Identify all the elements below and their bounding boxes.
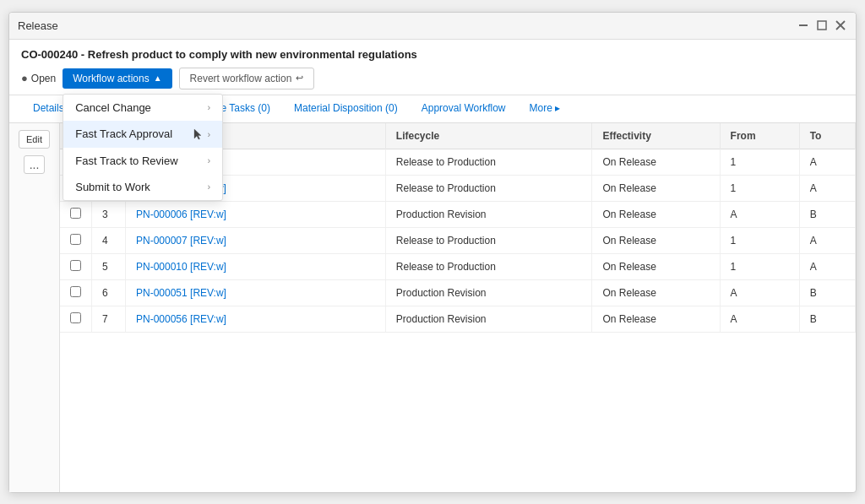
cell-from: A [720, 201, 799, 227]
cell-from: 1 [720, 149, 799, 175]
cell-to: B [799, 279, 855, 306]
cell-effectivity: On Release [592, 175, 720, 201]
cell-number: 6 [92, 279, 126, 306]
cell-to: A [799, 227, 855, 253]
cell-to: A [799, 149, 855, 175]
cell-name[interactable]: PN-000051 [REV:w] [126, 279, 386, 306]
cell-from: 1 [720, 227, 799, 253]
table-row: 4PN-000007 [REV:w]Release to ProductionO… [60, 227, 856, 253]
title-bar: Release [9, 13, 856, 40]
cell-from: 1 [720, 175, 799, 201]
row-checkbox-3[interactable] [70, 208, 81, 219]
menu-item-fast-track-review[interactable]: Fast Track to Review › [63, 148, 222, 174]
chevron-right-icon-0: › [208, 102, 211, 112]
record-title: CO-000240 - Refresh product to comply wi… [21, 48, 844, 61]
cell-to: A [799, 175, 855, 201]
cell-lifecycle: Production Revision [385, 306, 592, 332]
cell-lifecycle: Release to Production [385, 227, 592, 253]
tab-approval-workflow[interactable]: Approval Workflow [410, 95, 518, 122]
table-row: 6PN-000051 [REV:w]Production RevisionOn … [60, 279, 856, 306]
header-section: CO-000240 - Refresh product to comply wi… [9, 40, 856, 95]
menu-item-fast-track-approval[interactable]: Fast Track Approval › [63, 121, 222, 148]
menu-item-cancel-change[interactable]: Cancel Change › [63, 95, 222, 121]
revert-icon: ↩ [296, 73, 303, 84]
cell-to: B [799, 306, 855, 332]
cell-name[interactable]: PN-000056 [REV:w] [126, 306, 386, 332]
workflow-actions-button[interactable]: Workflow actions ▲ [63, 68, 171, 89]
cell-to: B [799, 201, 855, 227]
window-title: Release [18, 19, 58, 32]
status-label: Open [31, 73, 56, 84]
cell-lifecycle: Release to Production [385, 253, 592, 279]
row-checkbox-7[interactable] [70, 312, 81, 323]
cell-number: 7 [92, 306, 126, 332]
cell-from: 1 [720, 253, 799, 279]
window-controls [797, 19, 847, 32]
row-checkbox-4[interactable] [70, 234, 81, 245]
cell-number: 3 [92, 201, 126, 227]
maximize-button[interactable] [815, 19, 829, 32]
col-from: From [720, 123, 799, 149]
minimize-button[interactable] [797, 19, 810, 32]
cell-effectivity: On Release [592, 227, 720, 253]
chevron-right-icon-1: › [208, 129, 211, 139]
location-icon: ● [21, 72, 28, 84]
cell-lifecycle: Release to Production [385, 175, 592, 201]
table-row: 7PN-000056 [REV:w]Production RevisionOn … [60, 306, 856, 332]
table-row: 3PN-000006 [REV:w]Production RevisionOn … [60, 201, 856, 227]
cell-effectivity: On Release [592, 279, 720, 306]
content-area: CO-000240 - Refresh product to comply wi… [9, 40, 856, 492]
menu-item-submit-to-work[interactable]: Submit to Work › [63, 174, 222, 200]
more-actions-button[interactable]: ... [24, 155, 46, 174]
svg-rect-0 [799, 24, 808, 26]
cell-to: A [799, 253, 855, 279]
chevron-right-icon-3: › [208, 182, 211, 192]
revert-workflow-button[interactable]: Revert workflow action ↩ [179, 68, 315, 89]
cell-lifecycle: Production Revision [385, 201, 592, 227]
cell-effectivity: On Release [592, 149, 720, 175]
tab-more[interactable]: More ▸ [518, 95, 573, 122]
row-checkbox-6[interactable] [70, 286, 81, 297]
cell-name[interactable]: PN-000010 [REV:w] [126, 253, 386, 279]
chevron-right-icon-2: › [208, 155, 211, 165]
col-lifecycle: Lifecycle [385, 123, 592, 149]
cell-effectivity: On Release [592, 253, 720, 279]
status-badge: ● Open [21, 72, 56, 84]
toolbar-row: ● Open Workflow actions ▲ Cancel Change … [21, 68, 844, 89]
chevron-down-icon: ▲ [154, 73, 162, 83]
edit-button[interactable]: Edit [19, 130, 50, 149]
cell-lifecycle: Release to Production [385, 149, 592, 175]
cell-effectivity: On Release [592, 306, 720, 332]
cell-name[interactable]: PN-000006 [REV:w] [126, 201, 386, 227]
table-row: 5PN-000010 [REV:w]Release to ProductionO… [60, 253, 856, 279]
tab-material-disposition[interactable]: Material Disposition (0) [282, 95, 410, 122]
col-to: To [799, 123, 855, 149]
cell-from: A [720, 279, 799, 306]
cell-from: A [720, 306, 799, 332]
cell-name[interactable]: PN-000007 [REV:w] [126, 227, 386, 253]
cell-effectivity: On Release [592, 201, 720, 227]
col-effectivity: Effectivity [592, 123, 720, 149]
cell-number: 4 [92, 227, 126, 253]
cell-lifecycle: Production Revision [385, 279, 592, 306]
cursor-icon [191, 127, 204, 141]
release-window: Release CO-000240 - Refresh product to c… [8, 12, 857, 493]
left-sidebar: Edit ... [9, 123, 60, 492]
workflow-dropdown-menu: Cancel Change › Fast Track Approval › [63, 94, 223, 201]
cell-number: 5 [92, 253, 126, 279]
workflow-dropdown-container: Workflow actions ▲ Cancel Change › Fast … [63, 68, 171, 89]
close-button[interactable] [834, 19, 847, 32]
svg-rect-1 [818, 21, 826, 30]
row-checkbox-5[interactable] [70, 260, 81, 271]
